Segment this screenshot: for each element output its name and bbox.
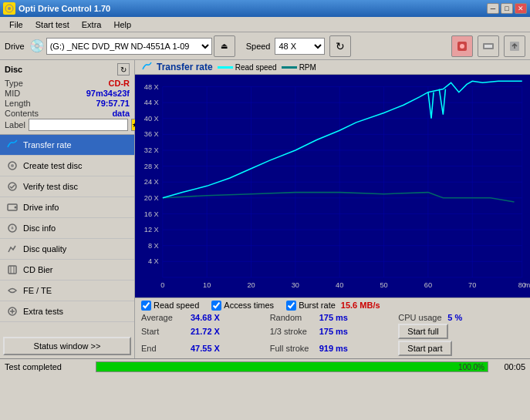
checkbox-read-speed-label: Read speed: [154, 301, 199, 310]
legend-rpm-label: RPM: [299, 63, 316, 72]
end-label: End: [141, 344, 187, 353]
status-bar: Test completed 100.0% 00:05: [0, 358, 530, 375]
nav-item-extra-tests[interactable]: Extra tests: [0, 301, 134, 322]
start-row: Start 21.72 X: [141, 327, 267, 336]
disc-contents-label: Contents: [5, 109, 39, 118]
chart-svg: 48 X 44 X 40 X 36 X 32 X 28 X 24 X 20 X …: [135, 75, 530, 297]
svg-text:16 X: 16 X: [144, 210, 159, 218]
tool-btn-1[interactable]: [451, 35, 473, 57]
tool-btn-3[interactable]: [504, 35, 525, 57]
chart-header: Transfer rate Read speed RPM: [135, 60, 530, 75]
checkbox-access-times[interactable]: Access times: [211, 301, 274, 311]
disc-section: Disc ↻ Type CD-R MID 97m34s23f Length 79…: [0, 60, 134, 135]
nav-label-transfer-rate: Transfer rate: [23, 140, 72, 150]
nav-item-create-test-disc[interactable]: Create test disc: [0, 156, 134, 176]
drive-info-icon: [6, 201, 19, 213]
cd-bier-icon: [6, 264, 19, 276]
disc-length-value: 79:57.71: [96, 99, 130, 108]
tool-btn-2[interactable]: [478, 35, 499, 57]
disc-refresh-button[interactable]: ↻: [117, 63, 130, 76]
chart-controls: Read speed Access times Burst rate 15.6 …: [135, 297, 530, 358]
disc-label-input[interactable]: [29, 119, 128, 131]
create-test-disc-icon: [6, 160, 19, 172]
checkbox-access-times-input[interactable]: [211, 301, 221, 311]
menu-bar: File Start test Extra Help: [0, 17, 530, 32]
nav-list: Transfer rate Create test disc Verify te…: [0, 135, 134, 334]
disc-type-value: CD-R: [109, 79, 130, 88]
svg-text:48 X: 48 X: [144, 83, 159, 91]
average-row: Average 34.68 X: [141, 313, 267, 322]
svg-point-3: [460, 44, 464, 49]
burst-value: 15.6 MB/s: [341, 301, 380, 310]
checkbox-read-speed-input[interactable]: [141, 301, 151, 311]
status-window-button[interactable]: Status window >>: [3, 337, 131, 355]
start-full-button[interactable]: Start full: [398, 324, 447, 339]
checkbox-read-speed[interactable]: Read speed: [141, 301, 199, 311]
nav-label-create-test-disc: Create test disc: [23, 161, 82, 170]
nav-label-verify-test-disc: Verify test disc: [23, 182, 78, 191]
maximize-button[interactable]: □: [501, 3, 513, 14]
nav-item-drive-info[interactable]: Drive info: [0, 197, 134, 218]
one-third-value: 175 ms: [319, 327, 348, 336]
svg-text:36 X: 36 X: [144, 130, 159, 138]
svg-text:24 X: 24 X: [144, 178, 159, 186]
nav-item-fe-te[interactable]: FE / TE: [0, 281, 134, 301]
nav-item-transfer-rate[interactable]: Transfer rate: [0, 135, 134, 156]
drive-select[interactable]: (G:) _NEC DVD_RW ND-4551A 1-09: [46, 38, 212, 55]
window-controls: ─ □ ✕: [487, 3, 527, 14]
nav-item-disc-quality[interactable]: Disc quality: [0, 239, 134, 260]
stats-grid: Average 34.68 X Random 175 ms CPU usage …: [141, 313, 524, 356]
speed-select[interactable]: 48 X: [275, 38, 325, 55]
chart-area: 48 X 44 X 40 X 36 X 32 X 28 X 24 X 20 X …: [135, 75, 530, 297]
fe-te-icon: [6, 284, 19, 297]
chart-checkboxes: Read speed Access times Burst rate 15.6 …: [141, 301, 524, 311]
legend-read-speed-color: [218, 66, 233, 69]
disc-mid-row: MID 97m34s23f: [5, 89, 130, 98]
disc-mid-label: MID: [5, 89, 20, 98]
checkbox-burst-rate[interactable]: Burst rate 15.6 MB/s: [286, 301, 380, 311]
disc-type-row: Type CD-R: [5, 79, 130, 88]
checkbox-burst-rate-input[interactable]: [286, 301, 296, 311]
status-text: Test completed: [0, 362, 93, 371]
refresh-button[interactable]: ↻: [329, 35, 351, 57]
chart-icon: [141, 62, 152, 72]
svg-text:i: i: [12, 224, 13, 228]
eject-button[interactable]: ⏏: [214, 35, 235, 57]
start-part-button[interactable]: Start part: [398, 341, 451, 356]
random-label: Random: [270, 313, 316, 322]
disc-label-row: Label ★: [5, 119, 130, 131]
full-stroke-row: Full stroke 919 ms: [270, 344, 396, 353]
menu-extra[interactable]: Extra: [76, 18, 108, 31]
start-value: 21.72 X: [191, 327, 220, 336]
svg-rect-5: [484, 45, 492, 48]
svg-text:32 X: 32 X: [144, 146, 159, 154]
menu-file[interactable]: File: [3, 18, 29, 31]
nav-item-verify-test-disc[interactable]: Verify test disc: [0, 176, 134, 197]
nav-item-cd-bier[interactable]: CD Bier: [0, 260, 134, 281]
one-third-label: 1/3 stroke: [270, 327, 316, 336]
end-value: 47.55 X: [191, 344, 220, 353]
close-button[interactable]: ✕: [515, 3, 527, 14]
left-panel: Disc ↻ Type CD-R MID 97m34s23f Length 79…: [0, 60, 135, 358]
menu-start-test[interactable]: Start test: [29, 18, 76, 31]
svg-text:0: 0: [160, 281, 164, 289]
nav-item-disc-info[interactable]: i Disc info: [0, 218, 134, 239]
svg-text:4 X: 4 X: [148, 257, 159, 265]
random-value: 175 ms: [319, 313, 348, 322]
average-label: Average: [141, 313, 187, 322]
svg-text:20: 20: [247, 281, 255, 289]
svg-text:60: 60: [424, 281, 432, 289]
nav-label-disc-info: Disc info: [23, 223, 56, 233]
svg-point-11: [15, 207, 17, 209]
minimize-button[interactable]: ─: [487, 3, 499, 14]
legend-read-speed: Read speed: [218, 63, 277, 72]
start-full-cell: Start full: [398, 324, 524, 339]
svg-text:12 X: 12 X: [144, 226, 159, 234]
start-part-cell: Start part: [398, 341, 524, 356]
progress-bar: [96, 362, 488, 371]
menu-help[interactable]: Help: [107, 18, 137, 31]
nav-label-drive-info: Drive info: [23, 203, 59, 212]
nav-label-fe-te: FE / TE: [23, 286, 52, 295]
disc-info-icon: i: [6, 222, 19, 234]
disc-length-label: Length: [5, 99, 31, 108]
